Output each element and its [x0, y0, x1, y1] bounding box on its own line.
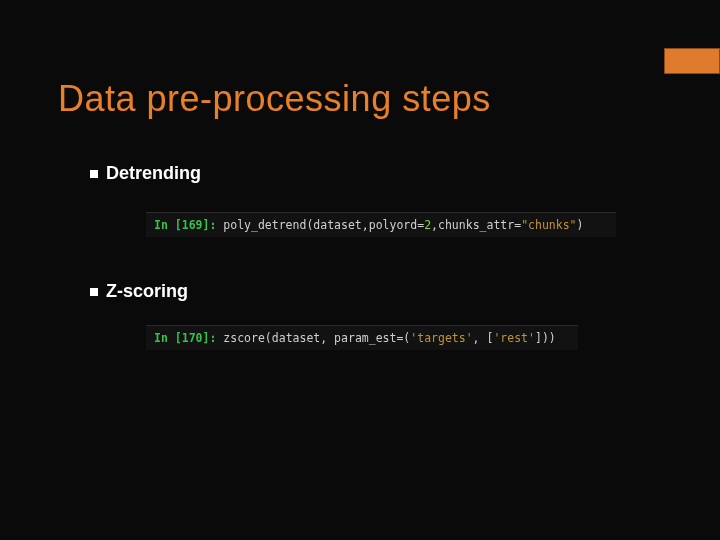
comma: ,	[473, 331, 487, 345]
comma: ,	[320, 331, 334, 345]
prompt-label: In	[154, 218, 175, 232]
prompt-number: 170	[182, 331, 203, 345]
code-cell-zscore: In [170]: zscore(dataset, param_est=('ta…	[146, 325, 578, 350]
bullet-zscoring: Z-scoring	[90, 281, 188, 302]
arg-param-est: param_est	[334, 331, 396, 345]
accent-bar	[664, 48, 720, 74]
comma: ,	[362, 218, 369, 232]
bracket-open: [	[175, 331, 182, 345]
str-chunks: "chunks"	[521, 218, 576, 232]
paren-close: )	[577, 218, 584, 232]
fn-name: zscore	[223, 331, 265, 345]
paren-open: (	[265, 331, 272, 345]
code-cell-detrend: In [169]: poly_detrend(dataset,polyord=2…	[146, 212, 616, 237]
arg-polyord: polyord	[369, 218, 417, 232]
fn-name: poly_detrend	[223, 218, 306, 232]
arg-dataset: dataset	[272, 331, 320, 345]
slide-title: Data pre-processing steps	[58, 78, 491, 120]
bullet-square-icon	[90, 288, 98, 296]
bracket-close: ]:	[203, 331, 217, 345]
bullet-label: Detrending	[106, 163, 201, 184]
comma: ,	[431, 218, 438, 232]
bullet-detrending: Detrending	[90, 163, 201, 184]
bracket-open: [	[175, 218, 182, 232]
prompt-number: 169	[182, 218, 203, 232]
paren-close: )	[549, 331, 556, 345]
tuple-close: )	[542, 331, 549, 345]
bracket-close: ]:	[203, 218, 217, 232]
arg-dataset: dataset	[313, 218, 361, 232]
prompt-label: In	[154, 331, 175, 345]
arg-chunks-attr: chunks_attr	[438, 218, 514, 232]
bullet-square-icon	[90, 170, 98, 178]
bullet-label: Z-scoring	[106, 281, 188, 302]
list-close: ]	[535, 331, 542, 345]
str-targets: 'targets'	[410, 331, 472, 345]
str-rest: 'rest'	[493, 331, 535, 345]
slide: Data pre-processing steps Detrending In …	[0, 0, 720, 540]
